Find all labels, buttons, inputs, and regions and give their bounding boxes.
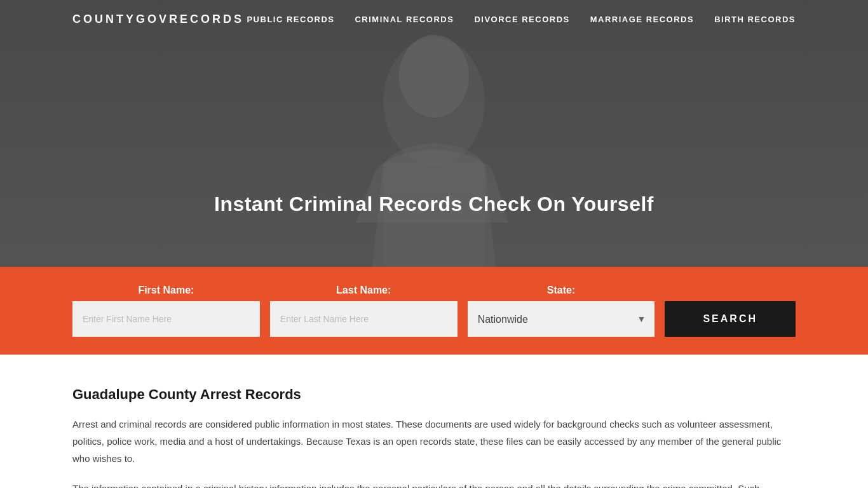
content-paragraph-2: The information contained in a criminal …: [72, 480, 796, 488]
content-paragraph-1: Arrest and criminal records are consider…: [72, 416, 796, 467]
content-section: Guadalupe County Arrest Records Arrest a…: [0, 355, 868, 488]
last-name-field: Last Name:: [270, 285, 458, 337]
hero-overlay: [0, 0, 868, 267]
site-logo[interactable]: COUNTYGOVRECORDS: [72, 13, 244, 26]
first-name-label: First Name:: [72, 285, 260, 296]
state-label: State:: [468, 285, 655, 296]
search-section: First Name: Last Name: State: Nationwide…: [0, 267, 868, 355]
nav-item-public-records[interactable]: PUBLIC RECORDS: [247, 15, 334, 24]
hero-title: Instant Criminal Records Check On Yourse…: [214, 193, 654, 216]
state-select[interactable]: NationwideAlabamaAlaskaArizonaArkansasCa…: [468, 301, 655, 337]
hero-section: Instant Criminal Records Check On Yourse…: [0, 0, 868, 267]
site-header: COUNTYGOVRECORDS PUBLIC RECORDSCRIMINAL …: [0, 0, 868, 39]
main-nav: PUBLIC RECORDSCRIMINAL RECORDSDIVORCE RE…: [247, 15, 796, 24]
search-button[interactable]: SEARCH: [665, 301, 796, 337]
last-name-input[interactable]: [270, 301, 458, 337]
content-title: Guadalupe County Arrest Records: [72, 386, 796, 403]
first-name-field: First Name:: [72, 285, 260, 337]
state-select-wrapper: NationwideAlabamaAlaskaArizonaArkansasCa…: [468, 301, 655, 337]
first-name-input[interactable]: [72, 301, 260, 337]
last-name-label: Last Name:: [270, 285, 458, 296]
nav-item-birth-records[interactable]: BIRTH RECORDS: [714, 15, 796, 24]
nav-item-criminal-records[interactable]: CRIMINAL RECORDS: [355, 15, 454, 24]
nav-item-divorce-records[interactable]: DIVORCE RECORDS: [474, 15, 569, 24]
state-field: State: NationwideAlabamaAlaskaArizonaArk…: [468, 285, 655, 337]
nav-item-marriage-records[interactable]: MARRIAGE RECORDS: [590, 15, 694, 24]
